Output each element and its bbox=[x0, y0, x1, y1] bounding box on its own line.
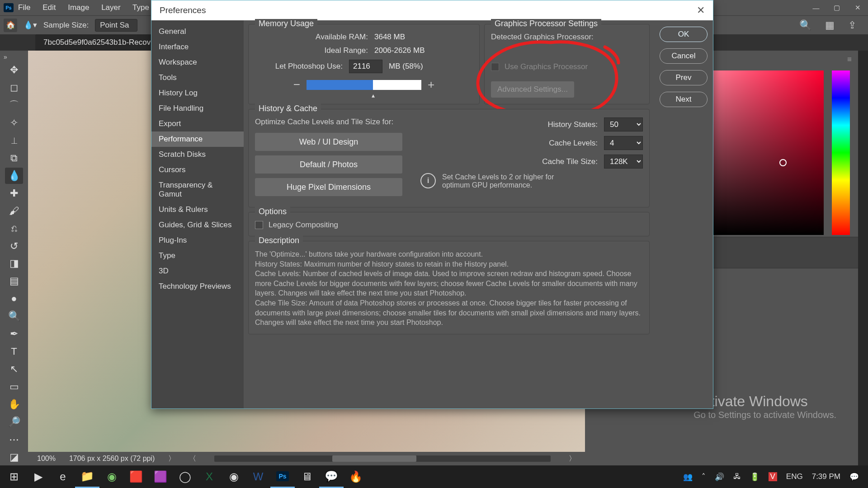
tray-battery-icon[interactable]: 🔋 bbox=[750, 472, 760, 482]
brush-tool-icon[interactable]: 🖌 bbox=[5, 203, 23, 219]
window-minimize-icon[interactable]: — bbox=[806, 0, 826, 15]
color-swatch-icon[interactable]: ◪ bbox=[5, 449, 23, 465]
eraser-tool-icon[interactable]: ◨ bbox=[5, 255, 23, 272]
taskbar-photoshop[interactable]: Ps bbox=[270, 465, 295, 488]
stamp-tool-icon[interactable]: ⎌ bbox=[5, 221, 23, 237]
workspace-icon[interactable]: ▦ bbox=[825, 19, 835, 31]
horizontal-scrollbar[interactable] bbox=[214, 455, 551, 462]
eyedropper-tool-icon[interactable]: 💧 bbox=[5, 168, 23, 184]
taskbar-camtasia[interactable]: ◉ bbox=[99, 465, 124, 488]
taskbar-excel[interactable]: X bbox=[197, 465, 222, 488]
menu-file[interactable]: File bbox=[18, 3, 30, 12]
history-brush-icon[interactable]: ↺ bbox=[5, 238, 23, 254]
prefs-side-units-rulers[interactable]: Units & Rulers bbox=[151, 202, 244, 217]
next-button[interactable]: Next bbox=[660, 92, 708, 107]
prefs-side-interface[interactable]: Interface bbox=[151, 39, 244, 55]
home-button[interactable]: 🏠 bbox=[4, 19, 17, 32]
menu-image[interactable]: Image bbox=[68, 3, 89, 12]
taskbar-app-4[interactable]: ◉ bbox=[222, 465, 246, 488]
history-states-select[interactable]: 50 bbox=[604, 117, 643, 131]
prev-button[interactable]: Prev bbox=[660, 70, 708, 85]
taskbar-explorer[interactable]: 📁 bbox=[75, 465, 99, 488]
memory-plus-icon[interactable]: + bbox=[428, 78, 434, 92]
dialog-close-icon[interactable]: ✕ bbox=[697, 5, 705, 16]
prefs-side-transparency-gamut[interactable]: Transparency & Gamut bbox=[151, 178, 244, 202]
wand-tool-icon[interactable]: ✧ bbox=[5, 115, 23, 131]
menu-layer[interactable]: Layer bbox=[101, 3, 121, 12]
prefs-side-scratch-disks[interactable]: Scratch Disks bbox=[151, 147, 244, 162]
legacy-compositing-checkbox[interactable] bbox=[255, 221, 263, 229]
taskbar-app-2[interactable]: 🟥 bbox=[124, 465, 148, 488]
blur-tool-icon[interactable]: ● bbox=[5, 291, 23, 307]
marquee-tool-icon[interactable]: ◻ bbox=[5, 80, 23, 96]
cache-levels-select[interactable]: 4 bbox=[604, 136, 643, 150]
prefs-side-export[interactable]: Export bbox=[151, 116, 244, 131]
tray-av-icon[interactable]: V bbox=[769, 472, 777, 481]
frame-tool-icon[interactable]: ⧉ bbox=[5, 150, 23, 166]
shape-tool-icon[interactable]: ▭ bbox=[5, 379, 23, 395]
share-icon[interactable]: ⇪ bbox=[848, 19, 856, 31]
panel-menu-icon[interactable]: ≡ bbox=[847, 55, 852, 64]
preset-huge-button[interactable]: Huge Pixel Dimensions bbox=[255, 178, 402, 196]
search-icon[interactable]: 🔍 bbox=[799, 19, 811, 31]
prefs-side-workspace[interactable]: Workspace bbox=[151, 55, 244, 70]
taskbar-app-3[interactable]: 🟪 bbox=[148, 465, 173, 488]
dodge-tool-icon[interactable]: 🔍 bbox=[5, 308, 23, 324]
menu-type[interactable]: Type bbox=[132, 3, 149, 12]
pen-tool-icon[interactable]: ✒ bbox=[5, 326, 23, 342]
taskbar-app-6[interactable]: 🔥 bbox=[344, 465, 368, 488]
zoom-value[interactable]: 100% bbox=[37, 455, 56, 463]
prefs-side-plug-ins[interactable]: Plug-Ins bbox=[151, 233, 244, 248]
tray-clock[interactable]: 7:39 PM bbox=[812, 472, 840, 481]
tray-volume-icon[interactable]: 🔊 bbox=[715, 472, 724, 482]
sample-size-dropdown[interactable]: Point Sa bbox=[95, 19, 137, 32]
crop-tool-icon[interactable]: ⟂ bbox=[5, 132, 23, 149]
more-tools-icon[interactable]: ⋯ bbox=[5, 432, 23, 448]
window-close-icon[interactable]: ✕ bbox=[847, 0, 868, 15]
toolbox-expand-icon[interactable]: » bbox=[0, 53, 7, 61]
prefs-side-guides-grid-slices[interactable]: Guides, Grid & Slices bbox=[151, 217, 244, 233]
eyedropper-icon[interactable]: 💧▾ bbox=[24, 20, 37, 30]
color-picker-ring-icon[interactable] bbox=[779, 159, 787, 166]
path-tool-icon[interactable]: ↖ bbox=[5, 361, 23, 377]
prefs-side-tools[interactable]: Tools bbox=[151, 70, 244, 85]
prefs-side-general[interactable]: General bbox=[151, 24, 244, 39]
taskbar-edge[interactable]: e bbox=[51, 465, 75, 488]
gradient-tool-icon[interactable]: ▤ bbox=[5, 273, 23, 289]
type-tool-icon[interactable]: T bbox=[5, 343, 23, 360]
taskbar-zalo[interactable]: 💬 bbox=[319, 465, 344, 488]
prefs-side-cursors[interactable]: Cursors bbox=[151, 162, 244, 178]
start-button[interactable]: ⊞ bbox=[2, 465, 26, 488]
prefs-side-3d[interactable]: 3D bbox=[151, 263, 244, 279]
cancel-button[interactable]: Cancel bbox=[660, 48, 708, 64]
zoom-tool-icon[interactable]: 🔎 bbox=[5, 414, 23, 430]
prefs-side-performance[interactable]: Performance bbox=[151, 131, 244, 147]
hand-tool-icon[interactable]: ✋ bbox=[5, 396, 23, 413]
menu-edit[interactable]: Edit bbox=[42, 3, 56, 12]
tray-language[interactable]: ENG bbox=[786, 472, 803, 481]
lasso-tool-icon[interactable]: ⌒ bbox=[5, 97, 23, 113]
tray-notifications-icon[interactable]: 💬 bbox=[849, 472, 859, 482]
preset-web-button[interactable]: Web / UI Design bbox=[255, 133, 402, 151]
window-maximize-icon[interactable]: ▢ bbox=[826, 0, 847, 15]
memory-minus-icon[interactable]: − bbox=[293, 78, 300, 92]
tray-people-icon[interactable]: 👥 bbox=[683, 472, 693, 482]
tray-network-icon[interactable]: 🖧 bbox=[733, 472, 741, 481]
cache-tile-select[interactable]: 128K bbox=[604, 155, 643, 169]
preset-default-button[interactable]: Default / Photos bbox=[255, 155, 402, 174]
taskbar-word[interactable]: W bbox=[246, 465, 270, 488]
move-tool-icon[interactable]: ✥ bbox=[5, 62, 23, 78]
prefs-side-technology-previews[interactable]: Technology Previews bbox=[151, 279, 244, 294]
taskbar-app-5[interactable]: 🖥 bbox=[295, 465, 319, 488]
prefs-side-type[interactable]: Type bbox=[151, 248, 244, 263]
document-tab[interactable]: 7bc05d5e9f0a62543b1b-Recove bbox=[35, 34, 163, 51]
prefs-side-file-handling[interactable]: File Handling bbox=[151, 101, 244, 116]
memory-slider[interactable]: ▴ bbox=[307, 80, 421, 90]
taskbar-app-1[interactable]: ▶ bbox=[26, 465, 51, 488]
let-use-input[interactable] bbox=[349, 60, 382, 73]
tray-chevron-icon[interactable]: ˄ bbox=[702, 472, 706, 482]
ok-button[interactable]: OK bbox=[660, 27, 708, 42]
prefs-side-history-log[interactable]: History Log bbox=[151, 85, 244, 101]
heal-tool-icon[interactable]: ✚ bbox=[5, 185, 23, 202]
taskbar-chrome[interactable]: ◯ bbox=[173, 465, 197, 488]
